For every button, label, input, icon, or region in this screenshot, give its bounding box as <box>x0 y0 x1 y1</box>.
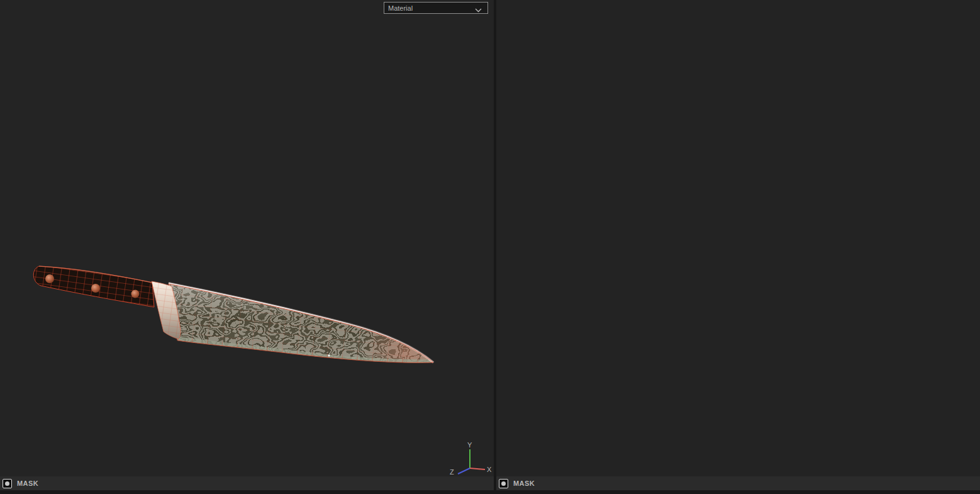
mask-label: MASK <box>17 480 38 487</box>
knife-blade[interactable] <box>164 277 455 401</box>
app-window: Material Y X Z <box>0 0 980 494</box>
right-footer-bar: MASK <box>496 476 980 490</box>
material-dropdown-value: Material <box>388 4 413 12</box>
axis-y-label: Y <box>467 441 472 449</box>
mask-label: MASK <box>513 480 535 487</box>
mask-toggle[interactable]: MASK <box>3 479 38 488</box>
panel-divider[interactable] <box>494 0 496 494</box>
knife-handle[interactable] <box>33 266 154 307</box>
material-dropdown[interactable]: Material <box>384 2 488 14</box>
mask-icon <box>499 479 508 488</box>
handle-rivet <box>131 290 140 298</box>
mask-toggle[interactable]: MASK <box>499 479 535 488</box>
axis-z-label: Z <box>450 468 454 476</box>
mask-icon <box>3 479 12 488</box>
uv-viewport[interactable]: Material U V <box>496 0 980 494</box>
knife-3d-model[interactable] <box>0 0 494 494</box>
handle-rivet <box>91 284 100 293</box>
3d-viewport[interactable]: Material Y X Z <box>0 0 494 494</box>
brush-cursor-mark <box>328 355 330 357</box>
chevron-down-icon <box>475 6 482 14</box>
handle-rivet <box>45 274 54 283</box>
axis-gizmo-3d: Y X Z <box>447 437 496 477</box>
axis-x-label: X <box>487 466 492 473</box>
window-bottom-edge <box>0 490 980 494</box>
left-footer-bar: MASK <box>0 476 494 490</box>
